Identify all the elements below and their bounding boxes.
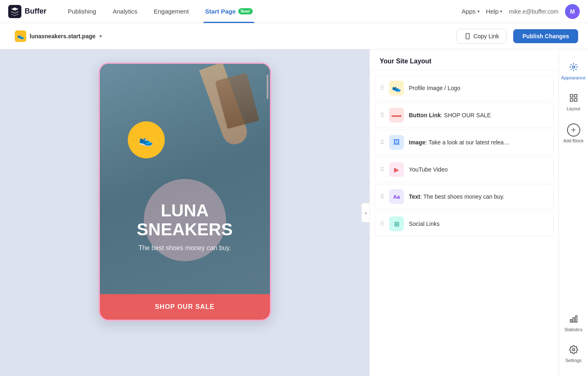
layout-label: Layout bbox=[567, 106, 580, 111]
image-item-icon: 🖼 bbox=[389, 135, 404, 150]
hero-tagline: The best shoes money can buy. bbox=[100, 243, 270, 253]
statistics-icon bbox=[569, 314, 578, 325]
apps-chevron-icon: ▾ bbox=[477, 9, 480, 14]
text-item-icon: Aa bbox=[389, 189, 404, 204]
avatar[interactable]: M bbox=[565, 4, 580, 19]
top-navigation: Buffer Publishing Analytics Engagement S… bbox=[0, 0, 588, 23]
layout-panel: Your Site Layout ⠿ 👟 Profile Image / Log… bbox=[369, 49, 558, 376]
svg-point-10 bbox=[572, 348, 575, 351]
hero-text-block: LUNA SNEAKERS The best shoes money can b… bbox=[100, 201, 270, 253]
site-selector[interactable]: 👟 lunasneakers.start.page ▾ bbox=[10, 28, 107, 44]
svg-rect-7 bbox=[570, 320, 572, 322]
layout-item-social[interactable]: ⠿ ⊞ Social Links bbox=[375, 211, 553, 237]
logo-area[interactable]: Buffer bbox=[8, 5, 46, 18]
help-chevron-icon: ▾ bbox=[500, 9, 502, 14]
layout-icon bbox=[569, 93, 578, 104]
svg-rect-9 bbox=[575, 316, 577, 323]
button-link-item-icon: ▬▬ bbox=[389, 108, 404, 123]
youtube-item-label: YouTube Video bbox=[409, 166, 447, 173]
social-item-icon: ⊞ bbox=[389, 216, 404, 231]
youtube-item-icon: ▶ bbox=[389, 162, 404, 177]
nav-publishing[interactable]: Publishing bbox=[60, 0, 104, 23]
toolbar: 👟 lunasneakers.start.page ▾ Copy Link Pu… bbox=[0, 23, 588, 49]
layout-item-image[interactable]: ⠿ 🖼 Image: Take a look at our latest rel… bbox=[375, 130, 553, 155]
appearance-icon bbox=[569, 63, 578, 74]
scrollbar-thumb bbox=[267, 74, 268, 99]
svg-rect-3 bbox=[570, 95, 572, 97]
logo-text: Buffer bbox=[25, 7, 46, 16]
layout-item-profile[interactable]: ⠿ 👟 Profile Image / Logo bbox=[375, 75, 553, 101]
scrollbar-track[interactable] bbox=[267, 70, 268, 288]
appearance-button[interactable]: Appearance bbox=[559, 57, 588, 86]
image-item-label: Image: Take a look at our latest relea… bbox=[409, 139, 510, 146]
social-item-label: Social Links bbox=[409, 220, 440, 227]
svg-rect-5 bbox=[570, 99, 572, 101]
appearance-label: Appearance bbox=[561, 75, 586, 80]
drag-handle-youtube: ⠿ bbox=[380, 166, 384, 173]
nav-start-page[interactable]: Start Page New! bbox=[197, 0, 261, 23]
svg-rect-8 bbox=[573, 318, 574, 322]
svg-rect-4 bbox=[574, 95, 576, 97]
nav-engagement[interactable]: Engagement bbox=[145, 0, 197, 23]
layout-items-list: ⠿ 👟 Profile Image / Logo ⠿ ▬▬ Button Lin… bbox=[370, 70, 558, 241]
drag-handle-button-link: ⠿ bbox=[380, 112, 384, 118]
add-block-icon: + bbox=[567, 123, 580, 137]
profile-item-icon: 👟 bbox=[389, 81, 404, 95]
nav-right: Apps ▾ Help ▾ mike.e@buffer.com M bbox=[461, 4, 580, 19]
drag-handle-text: ⠿ bbox=[380, 193, 384, 200]
site-favicon: 👟 bbox=[15, 30, 26, 42]
nav-analytics[interactable]: Analytics bbox=[104, 0, 145, 23]
drag-handle-social: ⠿ bbox=[380, 220, 384, 227]
hero-brand-line2: SNEAKERS bbox=[100, 220, 270, 239]
settings-label: Settings bbox=[565, 358, 582, 363]
right-sidebar: Appearance Layout + Add Block bbox=[558, 49, 588, 376]
site-chevron-icon: ▾ bbox=[99, 33, 102, 39]
phone-frame: 👟 LUNA SNEAKERS The best shoes money can… bbox=[99, 63, 271, 321]
hero-yellow-circle: 👟 bbox=[128, 121, 165, 158]
svg-point-2 bbox=[572, 66, 575, 68]
drag-handle-image: ⠿ bbox=[380, 139, 384, 146]
add-block-button[interactable]: + Add Block bbox=[559, 118, 588, 149]
nav-help-button[interactable]: Help ▾ bbox=[486, 8, 503, 15]
buffer-logo-icon bbox=[8, 5, 21, 18]
site-name: lunasneakers.start.page bbox=[30, 33, 95, 39]
svg-rect-6 bbox=[574, 99, 576, 101]
phone-hero: 👟 LUNA SNEAKERS The best shoes money can… bbox=[100, 64, 270, 294]
new-badge: New! bbox=[238, 8, 253, 14]
phone-content: 👟 LUNA SNEAKERS The best shoes money can… bbox=[100, 64, 270, 320]
main-layout: 👟 LUNA SNEAKERS The best shoes money can… bbox=[0, 49, 588, 376]
collapse-handle[interactable]: ◂ bbox=[361, 203, 369, 223]
layout-item-youtube[interactable]: ⠿ ▶ YouTube Video bbox=[375, 157, 553, 182]
hero-brand-line1: LUNA bbox=[100, 201, 270, 220]
layout-button[interactable]: Layout bbox=[559, 88, 588, 117]
statistics-button[interactable]: Statistics bbox=[559, 309, 588, 338]
publish-changes-button[interactable]: Publish Changes bbox=[513, 29, 578, 43]
link-icon bbox=[464, 33, 471, 39]
profile-item-label: Profile Image / Logo bbox=[409, 85, 460, 91]
drag-handle-profile: ⠿ bbox=[380, 85, 384, 91]
statistics-label: Statistics bbox=[564, 327, 582, 332]
settings-button[interactable]: Settings bbox=[559, 339, 588, 369]
nav-items: Publishing Analytics Engagement Start Pa… bbox=[60, 0, 461, 23]
user-email: mike.e@buffer.com bbox=[509, 8, 558, 15]
nav-apps-button[interactable]: Apps ▾ bbox=[461, 8, 479, 15]
layout-item-button-link[interactable]: ⠿ ▬▬ Button Link: SHOP OUR SALE bbox=[375, 102, 553, 128]
phone-cta-button[interactable]: SHOP OUR SALE bbox=[100, 294, 270, 320]
preview-area: 👟 LUNA SNEAKERS The best shoes money can… bbox=[0, 49, 369, 376]
layout-item-text[interactable]: ⠿ Aa Text: The best shoes money can buy. bbox=[375, 184, 553, 209]
button-link-item-label: Button Link: SHOP OUR SALE bbox=[409, 112, 491, 118]
add-block-label: Add Block bbox=[563, 138, 584, 143]
settings-icon bbox=[569, 345, 578, 356]
layout-panel-header: Your Site Layout bbox=[370, 49, 558, 70]
text-item-label: Text: The best shoes money can buy. bbox=[409, 193, 505, 200]
copy-link-button[interactable]: Copy Link bbox=[457, 29, 507, 44]
svg-rect-0 bbox=[8, 5, 21, 18]
